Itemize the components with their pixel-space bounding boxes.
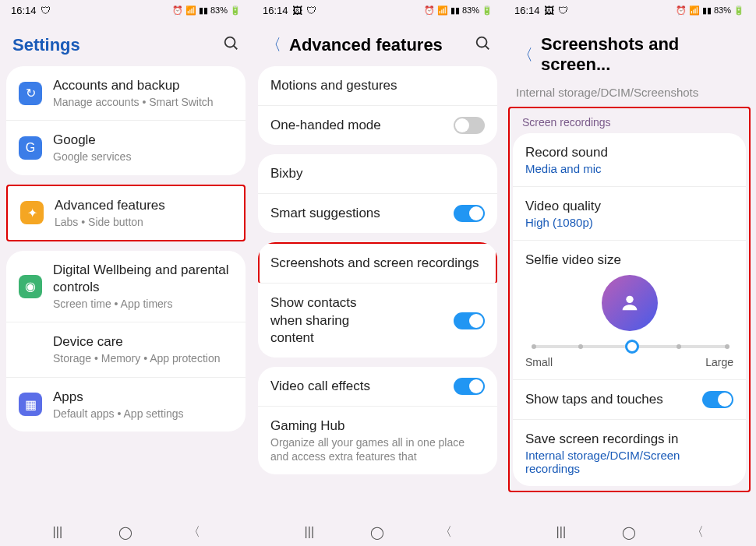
apps-icon: ▦ [19, 393, 42, 416]
card-video: Video call effects Gaming Hub Organize a… [258, 367, 497, 475]
card-screenshots: Screenshots and screen recordings Show c… [258, 242, 497, 357]
page-title: Screenshots and screen... [541, 34, 743, 75]
recents-button[interactable]: ||| [48, 526, 67, 538]
item-screenshots-recordings[interactable]: Screenshots and screen recordings [258, 242, 497, 284]
item-google[interactable]: G GoogleGoogle services [6, 121, 246, 174]
svg-point-2 [477, 37, 487, 48]
alarm-icon: ⏰ [172, 5, 183, 16]
svg-line-3 [486, 46, 489, 50]
signal-icon: ▮▮ [199, 5, 208, 16]
alarm-icon: ⏰ [676, 5, 687, 16]
item-video-call-effects[interactable]: Video call effects [258, 367, 497, 407]
image-icon: 🖼 [292, 5, 302, 16]
card-advanced-highlighted: ✦ Advanced featuresLabs • Side button [6, 185, 246, 241]
show-contacts-toggle[interactable] [454, 312, 485, 329]
wifi-icon: 📶 [185, 5, 196, 16]
screen-recordings-section-highlighted: Screen recordings Record sound Media and… [508, 107, 751, 492]
svg-point-4 [626, 296, 633, 303]
wellbeing-icon: ◉ [19, 275, 42, 298]
slider-label-large: Large [705, 356, 733, 368]
card-bixby: Bixby Smart suggestions [258, 154, 497, 233]
back-icon[interactable]: 〈 [264, 34, 283, 55]
item-save-location[interactable]: Save screen recordings in Internal stora… [513, 420, 746, 486]
svg-point-0 [225, 37, 235, 48]
battery-icon: 🔋 [482, 5, 493, 16]
card-motions: Motions and gestures One-handed mode [258, 66, 497, 145]
back-button[interactable]: 〈 [688, 526, 707, 538]
shield-icon: 🛡 [558, 5, 568, 16]
one-handed-toggle[interactable] [454, 117, 485, 134]
shield-icon: 🛡 [306, 5, 316, 16]
item-advanced-features[interactable]: ✦ Advanced featuresLabs • Side button [8, 186, 244, 240]
card-accounts: ↻ Accounts and backupManage accounts • S… [6, 66, 246, 175]
card-wellbeing: ◉ Digital Wellbeing and parental control… [6, 251, 246, 432]
item-accounts-backup[interactable]: ↻ Accounts and backupManage accounts • S… [6, 66, 246, 121]
alarm-icon: ⏰ [424, 5, 435, 16]
avatar-icon [602, 275, 658, 331]
item-show-taps[interactable]: Show taps and touches [513, 380, 746, 420]
status-bar: 16:14🛡 ⏰📶▮▮83%🔋 [0, 0, 252, 20]
home-button[interactable]: ◯ [620, 526, 638, 538]
recents-button[interactable]: ||| [300, 526, 319, 538]
item-show-contacts[interactable]: Show contacts when sharing content [258, 284, 497, 357]
svg-line-1 [234, 46, 238, 50]
home-button[interactable]: ◯ [116, 526, 135, 538]
back-icon[interactable]: 〈 [516, 44, 535, 65]
item-video-quality[interactable]: Video quality High (1080p) [513, 187, 746, 241]
recents-button[interactable]: ||| [552, 526, 571, 538]
battery-icon: 🔋 [230, 5, 241, 16]
signal-icon: ▮▮ [450, 5, 460, 16]
gear-icon: ✦ [20, 201, 44, 224]
content: Motions and gestures One-handed mode Bix… [252, 66, 503, 518]
slider-label-small: Small [525, 356, 553, 368]
device-care-icon [19, 338, 42, 361]
slider-thumb[interactable] [625, 340, 639, 354]
nav-bar: ||| ◯ 〈 [252, 518, 503, 546]
nav-bar: ||| ◯ 〈 [0, 518, 252, 546]
show-taps-toggle[interactable] [702, 391, 733, 408]
card-recordings: Record sound Media and mic Video quality… [513, 133, 746, 486]
battery-icon: 🔋 [733, 5, 744, 16]
item-one-handed[interactable]: One-handed mode [258, 106, 497, 145]
screen-settings: 16:14🛡 ⏰📶▮▮83%🔋 Settings ↻ Accounts and … [0, 0, 252, 546]
item-gaming-hub[interactable]: Gaming Hub Organize all your games all i… [258, 407, 497, 474]
breadcrumb-cut: Internal storage/DCIM/Screenshots [503, 86, 755, 104]
sync-icon: ↻ [19, 82, 42, 105]
shield-icon: 🛡 [41, 5, 51, 16]
status-time: 16:14 [11, 5, 37, 16]
smart-suggestions-toggle[interactable] [454, 205, 485, 222]
search-icon[interactable] [474, 34, 491, 55]
item-apps[interactable]: ▦ AppsDefault apps • App settings [6, 378, 246, 432]
back-button[interactable]: 〈 [185, 526, 203, 538]
image-icon: 🖼 [544, 5, 554, 16]
battery-text: 83% [210, 5, 228, 15]
item-device-care[interactable]: Device careStorage • Memory • App protec… [6, 322, 246, 377]
video-call-toggle[interactable] [454, 378, 485, 395]
screen-advanced-features: 16:14🖼🛡 ⏰📶▮▮83%🔋 〈 Advanced features Mot… [252, 0, 503, 546]
google-icon: G [19, 136, 42, 160]
wifi-icon: 📶 [689, 5, 700, 16]
page-title: Advanced features [289, 35, 468, 55]
status-bar: 16:14🖼🛡 ⏰📶▮▮83%🔋 [252, 0, 503, 20]
home-button[interactable]: ◯ [368, 526, 387, 538]
item-smart-suggestions[interactable]: Smart suggestions [258, 194, 497, 233]
item-wellbeing[interactable]: ◉ Digital Wellbeing and parental control… [6, 251, 246, 322]
section-label: Screen recordings [510, 108, 749, 133]
header: 〈 Screenshots and screen... [503, 20, 755, 86]
screen-screenshots-settings: 16:14🖼🛡 ⏰📶▮▮83%🔋 〈 Screenshots and scree… [503, 0, 755, 546]
item-bixby[interactable]: Bixby [258, 154, 497, 194]
search-icon[interactable] [222, 34, 239, 55]
header: 〈 Advanced features [252, 20, 503, 66]
selfie-size-slider[interactable] [532, 345, 727, 348]
signal-icon: ▮▮ [702, 5, 712, 16]
back-button[interactable]: 〈 [436, 526, 455, 538]
item-selfie-size[interactable]: Selfie video size Small Large [513, 241, 746, 380]
content: ↻ Accounts and backupManage accounts • S… [0, 66, 252, 518]
nav-bar: ||| ◯ 〈 [503, 518, 755, 546]
item-motions[interactable]: Motions and gestures [258, 66, 497, 106]
item-record-sound[interactable]: Record sound Media and mic [513, 133, 746, 187]
header: Settings [0, 20, 252, 66]
status-bar: 16:14🖼🛡 ⏰📶▮▮83%🔋 [503, 0, 755, 20]
page-title: Settings [12, 35, 216, 55]
wifi-icon: 📶 [437, 5, 448, 16]
